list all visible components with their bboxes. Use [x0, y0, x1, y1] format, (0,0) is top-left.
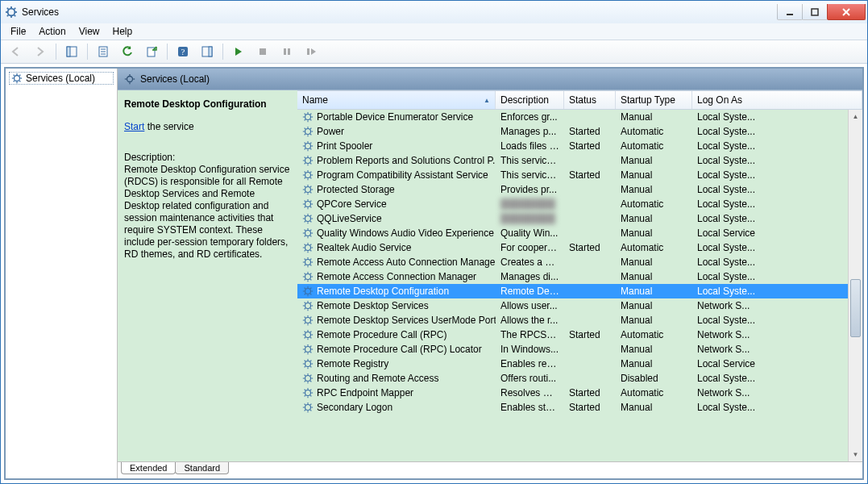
menu-view[interactable]: View — [79, 26, 100, 37]
service-row[interactable]: Remote Desktop ServicesAllows user...Man… — [297, 298, 848, 313]
svg-point-141 — [305, 274, 311, 280]
service-startup-type: Manual — [616, 344, 692, 355]
service-row[interactable]: Routing and Remote AccessOffers routi...… — [297, 371, 848, 386]
service-row[interactable]: Remote Procedure Call (RPC) LocatorIn Wi… — [297, 342, 848, 357]
svg-line-176 — [305, 323, 305, 323]
service-name: QQLiveService — [317, 213, 382, 224]
svg-line-58 — [310, 128, 311, 129]
service-description: ████████ — [496, 198, 564, 210]
svg-line-140 — [305, 265, 305, 265]
column-name-header[interactable]: Name▲ — [297, 91, 496, 109]
svg-line-148 — [310, 273, 311, 274]
show-hide-action-pane-button[interactable] — [197, 42, 218, 61]
pause-service-button[interactable] — [276, 42, 297, 61]
gear-icon — [302, 358, 314, 369]
service-row[interactable]: Realtek Audio ServiceFor coopera...Start… — [297, 240, 848, 255]
tree-node-services-local[interactable]: Services (Local) — [9, 72, 114, 85]
maximize-button[interactable] — [802, 4, 828, 20]
stop-service-button[interactable] — [252, 42, 273, 61]
svg-line-182 — [305, 332, 305, 332]
svg-point-51 — [305, 129, 311, 135]
close-button[interactable] — [827, 4, 866, 20]
svg-line-75 — [310, 163, 311, 164]
service-name: Secondary Logon — [317, 402, 392, 413]
properties-button[interactable] — [93, 42, 114, 61]
svg-point-105 — [305, 216, 311, 222]
service-row[interactable]: Remote Access Auto Connection ManagerCre… — [297, 255, 848, 269]
svg-rect-24 — [260, 48, 266, 55]
export-list-button[interactable] — [141, 42, 162, 61]
service-description: Enables rem... — [496, 358, 564, 369]
svg-line-8 — [7, 15, 9, 17]
svg-line-65 — [305, 143, 305, 144]
nav-back-button[interactable] — [6, 42, 27, 61]
scroll-down-arrow-icon[interactable]: ▼ — [849, 448, 862, 461]
service-row[interactable]: Protected StorageProvides pr...ManualLoc… — [297, 182, 848, 197]
service-row[interactable]: QQLiveService████████ManualLocal Syste..… — [297, 211, 848, 226]
svg-line-218 — [305, 390, 305, 390]
svg-line-68 — [305, 148, 305, 149]
service-row[interactable]: Secondary LogonEnables star...StartedMan… — [297, 400, 848, 415]
start-service-button[interactable] — [228, 42, 249, 61]
service-row[interactable]: Quality Windows Audio Video ExperienceQu… — [297, 226, 848, 240]
svg-line-202 — [310, 361, 311, 361]
toolbar-separator — [222, 44, 223, 60]
column-description-header[interactable]: Description — [496, 91, 564, 109]
service-row[interactable]: RPC Endpoint MapperResolves RP...Started… — [297, 386, 848, 400]
menu-help[interactable]: Help — [113, 26, 133, 37]
gear-icon — [302, 315, 314, 326]
tab-standard[interactable]: Standard — [175, 462, 229, 474]
svg-line-192 — [310, 352, 311, 353]
svg-line-130 — [310, 244, 311, 245]
menu-file[interactable]: File — [10, 26, 26, 37]
service-startup-type: Manual — [616, 271, 692, 282]
service-row[interactable]: Problem Reports and Solutions Control P.… — [297, 153, 848, 168]
service-description: For coopera... — [496, 242, 564, 253]
tab-extended[interactable]: Extended — [121, 462, 176, 474]
vertical-scrollbar[interactable]: ▲ ▼ — [848, 110, 862, 461]
svg-text:?: ? — [181, 47, 185, 56]
help-button[interactable]: ? — [172, 42, 193, 61]
menu-action[interactable]: Action — [39, 26, 65, 37]
console-tree: Services (Local) — [6, 69, 118, 478]
gear-icon — [302, 242, 314, 253]
column-logon-header[interactable]: Log On As — [692, 91, 862, 109]
service-row[interactable]: Remote RegistryEnables rem...ManualLocal… — [297, 357, 848, 371]
service-startup-type: Automatic — [616, 126, 692, 137]
gear-icon — [302, 373, 314, 384]
nav-forward-button[interactable] — [30, 42, 51, 61]
scroll-thumb[interactable] — [850, 279, 861, 337]
service-row[interactable]: Remote Procedure Call (RPC)The RPCSS ...… — [297, 328, 848, 342]
gear-icon — [302, 227, 314, 239]
service-logon-as: Local Syste... — [692, 184, 848, 195]
svg-line-101 — [305, 201, 305, 202]
service-logon-as: Local Syste... — [692, 257, 848, 268]
svg-point-204 — [305, 376, 311, 382]
service-row[interactable]: Print SpoolerLoads files t...StartedAuto… — [297, 139, 848, 153]
service-rows: Portable Device Enumerator ServiceEnforc… — [297, 110, 848, 461]
service-row[interactable]: PowerManages p...StartedAutomaticLocal S… — [297, 124, 848, 139]
service-row[interactable]: Portable Device Enumerator ServiceEnforc… — [297, 110, 848, 124]
service-logon-as: Local Syste... — [692, 271, 848, 282]
show-hide-tree-button[interactable] — [61, 42, 82, 61]
service-row[interactable]: Remote Desktop Services UserMode Port ..… — [297, 313, 848, 328]
service-startup-type: Disabled — [616, 373, 692, 384]
scroll-up-arrow-icon[interactable]: ▲ — [849, 110, 862, 123]
service-row[interactable]: Remote Desktop ConfigurationRemote Des..… — [297, 284, 848, 298]
svg-line-164 — [305, 302, 305, 303]
column-startup-header[interactable]: Startup Type — [616, 91, 692, 109]
svg-line-6 — [15, 15, 16, 17]
service-row[interactable]: Remote Access Connection ManagerManages … — [297, 269, 848, 284]
menu-bar: File Action View Help — [1, 23, 867, 40]
service-row[interactable]: Program Compatibility Assistant ServiceT… — [297, 168, 848, 182]
restart-service-button[interactable] — [301, 42, 322, 61]
start-service-link[interactable]: Start — [124, 121, 144, 132]
svg-line-5 — [7, 8, 9, 10]
svg-line-36 — [14, 81, 15, 81]
refresh-button[interactable] — [117, 42, 138, 61]
svg-line-34 — [19, 81, 20, 81]
column-status-header[interactable]: Status — [564, 91, 616, 109]
svg-line-173 — [305, 317, 305, 318]
service-row[interactable]: QPCore Service████████AutomaticLocal Sys… — [297, 197, 848, 211]
minimize-button[interactable] — [777, 4, 803, 20]
